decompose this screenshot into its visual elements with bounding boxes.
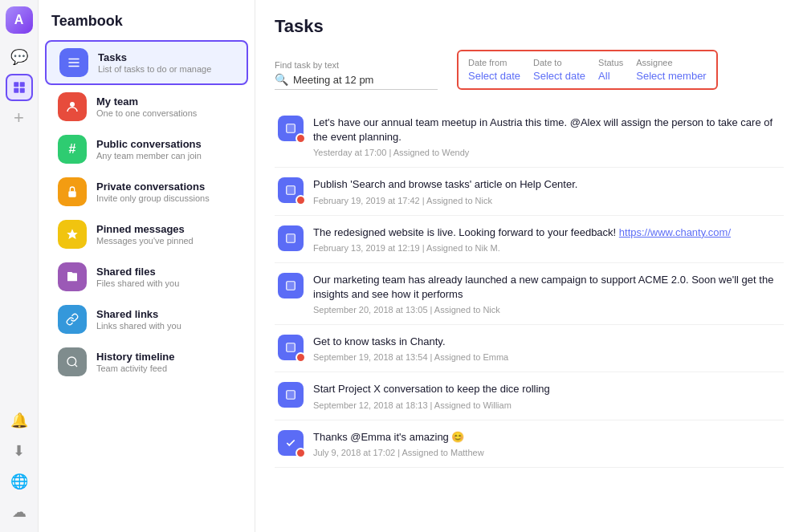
sidebar-item-name: Shared files [96, 266, 179, 278]
task-title: The redesigned website is live. Looking … [313, 225, 781, 240]
svg-rect-12 [287, 124, 296, 133]
sidebar-item-desc: Any team member can join [96, 151, 202, 160]
filter-bar: Find task by text 🔍 Date from Select dat… [275, 50, 784, 90]
cloud-icon[interactable]: ☁ [6, 498, 33, 526]
svg-rect-1 [19, 82, 24, 87]
task-title: Start Project X conversation to keep the… [313, 382, 781, 396]
task-item[interactable]: Thanks @Emma it's amazing 😊 July 9, 2018… [275, 420, 784, 468]
sidebar-item-icon-tasks [59, 48, 88, 77]
task-priority-badge [296, 195, 306, 205]
add-icon[interactable]: + [6, 104, 33, 132]
svg-point-10 [67, 357, 76, 366]
user-avatar[interactable]: A [6, 6, 33, 34]
svg-rect-15 [287, 282, 296, 290]
sidebar-item-tasks[interactable]: Tasks List of tasks to do or manage [45, 40, 248, 85]
sidebar-item-private[interactable]: Private conversations Invite only group … [45, 171, 248, 213]
svg-rect-5 [68, 62, 79, 63]
task-priority-badge [296, 352, 306, 363]
sidebar-item-icon-history [58, 347, 87, 376]
sidebar-item-icon-links [58, 305, 87, 334]
task-item[interactable]: The redesigned website is live. Looking … [275, 216, 784, 263]
svg-marker-9 [67, 229, 77, 239]
sidebar-item-name: Public conversations [96, 138, 202, 150]
svg-rect-13 [287, 186, 296, 195]
sidebar-item-links[interactable]: Shared links Links shared with you [45, 298, 248, 340]
assignee-field: Assignee Select member [636, 58, 706, 82]
task-title: Let's have our annual team meetup in Aus… [313, 116, 781, 144]
filter-group: Date from Select date Date to Select dat… [457, 50, 718, 90]
status-field: Status All [598, 58, 623, 82]
search-input[interactable] [293, 74, 438, 86]
svg-rect-6 [68, 66, 79, 67]
task-item[interactable]: Get to know tasks in Chanty. September 1… [275, 325, 784, 372]
svg-rect-4 [68, 59, 79, 60]
download-icon[interactable]: ⬇ [6, 437, 33, 465]
svg-line-11 [75, 364, 77, 367]
search-icon: 🔍 [275, 73, 288, 86]
workspace-title: Teambook [39, 13, 255, 39]
sidebar-item-desc: Messages you've pinned [96, 236, 194, 246]
search-input-wrap: 🔍 [275, 73, 438, 90]
sidebar-item-desc: One to one conversations [96, 108, 197, 118]
sidebar-item-history[interactable]: History timeline Team activity feed [45, 341, 248, 383]
task-icon [278, 273, 304, 298]
sidebar-item-icon-files [58, 262, 87, 291]
sidebar-item-icon-private [58, 177, 87, 206]
task-meta: September 12, 2018 at 18:13 | Assigned t… [313, 400, 781, 410]
date-from-field: Date from Select date [468, 58, 520, 82]
assignee-select[interactable]: Select member [636, 70, 706, 82]
search-label: Find task by text [275, 60, 438, 70]
task-meta: July 9, 2018 at 17:02 | Assigned to Matt… [313, 448, 781, 457]
date-from-select[interactable]: Select date [468, 70, 520, 82]
sidebar-item-icon-pinned [58, 220, 87, 249]
task-title: Publish 'Search and browse tasks' articl… [313, 177, 781, 192]
search-field: Find task by text 🔍 [275, 60, 438, 90]
svg-rect-16 [287, 343, 296, 352]
task-item[interactable]: Start Project X conversation to keep the… [275, 372, 784, 420]
task-icon [278, 382, 304, 408]
assignee-label: Assignee [636, 58, 706, 67]
status-select[interactable]: All [598, 70, 623, 82]
sidebar-item-my-team[interactable]: My team One to one conversations [45, 86, 248, 128]
task-priority-badge [296, 133, 306, 144]
chat-icon[interactable]: 💬 [6, 43, 33, 71]
sidebar-item-icon-my-team [58, 92, 87, 121]
svg-rect-14 [287, 234, 296, 242]
main-content: Tasks Find task by text 🔍 Date from Sele… [255, 0, 803, 532]
icon-strip: A 💬 + 🔔 ⬇ 🌐 ☁ [0, 0, 39, 532]
status-label: Status [598, 58, 623, 67]
sidebar-item-public[interactable]: # Public conversations Any team member c… [45, 128, 248, 170]
sidebar-item-desc: List of tasks to do or manage [98, 64, 211, 74]
task-meta: February 13, 2019 at 12:19 | Assigned to… [313, 243, 781, 253]
task-title: Get to know tasks in Chanty. [313, 335, 781, 349]
bell-icon[interactable]: 🔔 [6, 407, 33, 434]
globe-icon[interactable]: 🌐 [6, 468, 33, 495]
sidebar-item-name: Tasks [98, 51, 211, 63]
task-icon [278, 225, 304, 251]
task-title: Our marketing team has already launched … [313, 273, 781, 302]
sidebar-item-desc: Links shared with you [96, 321, 181, 331]
team-icon[interactable] [6, 74, 33, 101]
sidebar-item-desc: Team activity feed [96, 363, 175, 373]
sidebar-item-name: Shared links [96, 308, 181, 320]
date-to-select[interactable]: Select date [533, 70, 585, 82]
svg-rect-17 [287, 391, 296, 400]
sidebar-item-icon-public: # [58, 135, 87, 164]
task-priority-badge [296, 448, 306, 458]
svg-rect-0 [14, 82, 18, 87]
sidebar-item-pinned[interactable]: Pinned messages Messages you've pinned [45, 213, 248, 255]
task-meta: Yesterday at 17:00 | Assigned to Wendy [313, 148, 781, 157]
date-to-label: Date to [533, 58, 585, 67]
sidebar-item-name: Private conversations [96, 181, 210, 193]
task-item[interactable]: Our marketing team has already launched … [275, 263, 784, 325]
sidebar-item-files[interactable]: Shared files Files shared with you [45, 256, 248, 298]
task-meta: September 20, 2018 at 13:05 | Assigned t… [313, 305, 781, 315]
task-item[interactable]: Let's have our annual team meetup in Aus… [275, 106, 784, 168]
task-item[interactable]: Publish 'Search and browse tasks' articl… [275, 168, 784, 215]
date-from-label: Date from [468, 58, 520, 67]
sidebar-item-name: My team [96, 95, 197, 108]
task-title: Thanks @Emma it's amazing 😊 [313, 430, 781, 445]
svg-rect-8 [68, 191, 75, 197]
task-meta: February 19, 2019 at 17:42 | Assigned to… [313, 196, 781, 205]
page-title: Tasks [275, 16, 784, 37]
